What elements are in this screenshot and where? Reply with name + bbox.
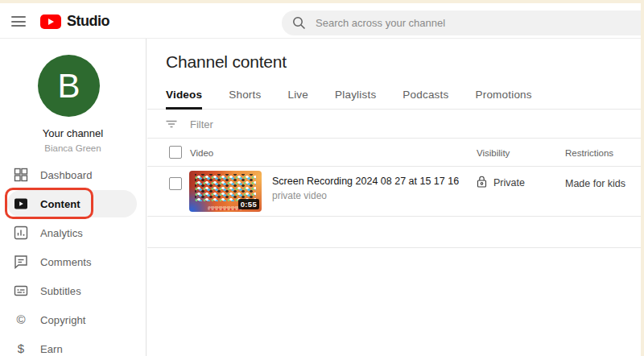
sidebar-item-label: Earn [40,343,63,355]
restrictions-cell[interactable]: Made for kids [565,178,625,189]
subtitles-icon [14,284,28,298]
sidebar-item-analytics[interactable]: Analytics [0,218,146,247]
search-input[interactable] [316,17,644,29]
copyright-icon: © [14,313,28,327]
earn-icon: $ [14,342,28,356]
tab-live[interactable]: Live [287,81,308,109]
topbar-divider [0,38,644,39]
tab-videos[interactable]: Videos [166,81,202,109]
filter-bar[interactable]: Filter [147,110,641,139]
sidebar-item-earn[interactable]: $ Earn [0,334,146,356]
sidebar: B Your channel Bianca Green Dashboard Co… [0,38,147,356]
channel-avatar[interactable]: B [38,55,100,117]
video-duration-badge: 0:55 [238,199,259,209]
tab-label: Shorts [229,89,261,101]
content-icon [14,197,28,211]
sidebar-nav: Dashboard Content Analytics [0,160,146,356]
column-header-restrictions: Restrictions [565,148,613,158]
sidebar-item-copyright[interactable]: © Copyright [0,305,146,334]
main-content: Channel content Videos Shorts Live Playl… [147,39,641,356]
your-channel-label: Your channel [0,127,146,139]
sidebar-item-label: Comments [40,256,92,268]
topbar: Studio [0,3,644,38]
visibility-cell[interactable]: Private [477,176,525,190]
sidebar-item-label: Dashboard [40,169,93,181]
tab-playlists[interactable]: Playlists [335,81,376,109]
lock-icon [477,176,487,190]
tab-promotions[interactable]: Promotions [475,81,531,109]
comments-icon [14,255,28,269]
tab-label: Promotions [475,89,531,101]
screenshot-edge-right [641,0,644,356]
table-footer-strip [147,217,641,248]
tab-podcasts[interactable]: Podcasts [402,81,448,109]
table-header: Video Visibility Restrictions [147,139,641,167]
tab-label: Playlists [335,89,376,101]
video-thumbnail[interactable]: 0:55 [189,171,262,212]
row-checkbox[interactable] [169,177,182,190]
sidebar-item-label: Subtitles [40,285,81,297]
filter-icon [164,117,179,135]
page-title: Channel content [166,52,287,72]
sidebar-item-label: Copyright [40,314,86,326]
youtube-play-icon [40,14,61,29]
table-row[interactable]: 0:55 Screen Recording 2024 08 27 at 15 1… [147,167,641,217]
filter-placeholder[interactable]: Filter [190,118,213,130]
dashboard-icon [14,168,28,182]
hamburger-menu-icon[interactable] [11,16,26,27]
sidebar-item-label: Content [40,198,80,210]
screenshot-edge-top [0,0,644,3]
thumbnail-app-grid [195,174,256,201]
video-title[interactable]: Screen Recording 2024 08 27 at 15 17 16 [272,176,459,187]
youtube-studio-logo[interactable]: Studio [40,13,109,30]
visibility-value: Private [493,177,525,188]
channel-name: Bianca Green [0,143,146,153]
sidebar-item-content[interactable]: Content [0,189,146,218]
tab-shorts[interactable]: Shorts [229,81,261,109]
sidebar-item-comments[interactable]: Comments [0,247,146,276]
sidebar-item-subtitles[interactable]: Subtitles [0,276,146,305]
select-all-checkbox[interactable] [169,146,182,159]
content-tabs: Videos Shorts Live Playlists Podcasts Pr… [147,81,641,110]
search-icon [292,16,306,30]
sidebar-item-dashboard[interactable]: Dashboard [0,160,146,189]
column-header-visibility: Visibility [477,148,510,158]
search-bar[interactable] [282,10,644,35]
video-subtitle: private video [272,190,327,201]
tab-label: Live [287,89,308,101]
tab-label: Podcasts [402,89,448,101]
column-header-video: Video [190,148,213,158]
tab-label: Videos [166,89,202,101]
analytics-icon [14,226,28,240]
studio-logo-label: Studio [67,13,109,30]
sidebar-item-label: Analytics [40,227,83,239]
